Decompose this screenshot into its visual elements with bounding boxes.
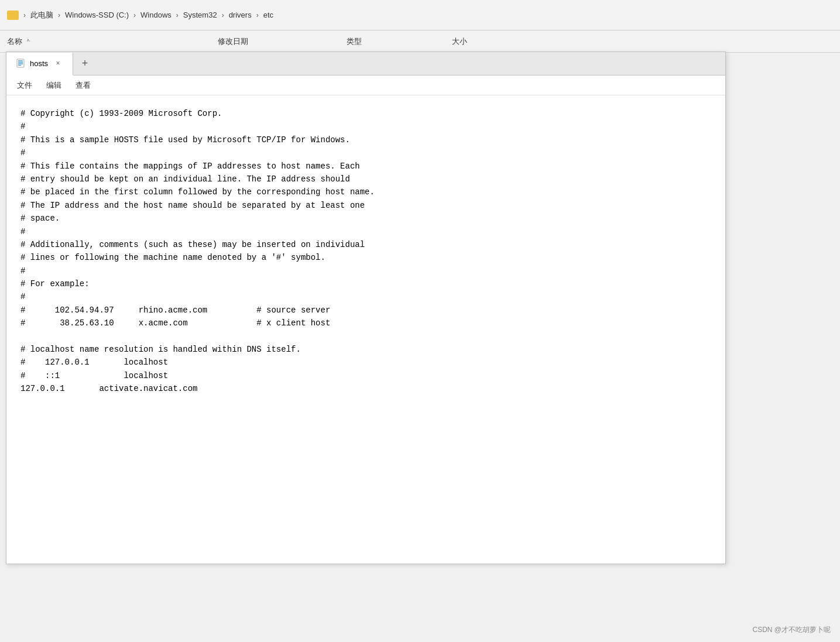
tab-bar: hosts × + bbox=[6, 52, 725, 75]
svg-rect-0 bbox=[17, 59, 24, 67]
watermark: CSDN @才不吃胡萝卜呢 bbox=[752, 625, 831, 635]
tab-close-button[interactable]: × bbox=[53, 58, 63, 68]
explorer-breadcrumb-bar: › 此电脑 › Windows-SSD (C:) › Windows › Sys… bbox=[0, 0, 840, 30]
breadcrumb-this-pc[interactable]: 此电脑 bbox=[30, 10, 53, 20]
notepad-tab-icon bbox=[16, 59, 25, 68]
column-date-header[interactable]: 修改日期 bbox=[218, 36, 347, 47]
column-headers: 名称 ^ 修改日期 类型 大小 bbox=[0, 30, 840, 53]
tab-label: hosts bbox=[30, 59, 48, 68]
column-type-header[interactable]: 类型 bbox=[347, 36, 452, 47]
breadcrumb-system32[interactable]: System32 bbox=[183, 11, 217, 19]
breadcrumb-etc[interactable]: etc bbox=[263, 11, 273, 19]
menu-edit[interactable]: 编辑 bbox=[40, 78, 67, 93]
new-tab-button[interactable]: + bbox=[76, 54, 94, 73]
breadcrumb-windows[interactable]: Windows bbox=[140, 11, 172, 19]
breadcrumb-drivers[interactable]: drivers bbox=[229, 11, 252, 19]
folder-icon bbox=[7, 11, 19, 20]
sort-arrow-icon: ^ bbox=[27, 39, 30, 45]
column-size-header[interactable]: 大小 bbox=[452, 36, 546, 47]
column-name-header[interactable]: 名称 ^ bbox=[7, 36, 218, 47]
notepad-window: hosts × + 文件 编辑 查看 # Copyright (c) 1993-… bbox=[6, 52, 726, 564]
menu-view[interactable]: 查看 bbox=[70, 78, 97, 93]
tab-hosts[interactable]: hosts × bbox=[6, 53, 73, 75]
file-content[interactable]: # Copyright (c) 1993-2009 Microsoft Corp… bbox=[6, 95, 725, 564]
breadcrumb-drive[interactable]: Windows-SSD (C:) bbox=[65, 11, 129, 19]
menu-file[interactable]: 文件 bbox=[11, 78, 38, 93]
menu-bar: 文件 编辑 查看 bbox=[6, 75, 725, 95]
